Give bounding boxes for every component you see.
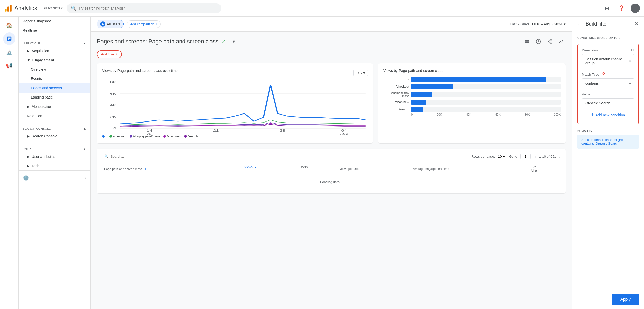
panel-header: ← Build filter ✕	[572, 17, 644, 31]
filter-btn-label: Add filter	[101, 52, 114, 56]
goto-input[interactable]: 1	[520, 154, 531, 159]
lifecycle-collapse-icon[interactable]: ▲	[83, 42, 86, 45]
pagination: ‹ 1-10 of 951 ›	[534, 153, 562, 160]
col-users-dashed: ------	[300, 169, 305, 172]
bar-label-search: /search	[383, 108, 409, 111]
legend-shop-new[interactable]: /shop/new	[163, 135, 181, 138]
sidebar-divider-3	[19, 143, 90, 143]
table-search-container[interactable]: 🔍	[101, 153, 178, 160]
col-users-label: Users	[300, 165, 308, 169]
legend-checkout[interactable]: /checkout	[109, 135, 126, 138]
summary-text: Session default channel group contains '…	[581, 138, 626, 145]
bar-chart-title: Views by Page path and screen class	[383, 69, 561, 73]
match-type-help-icon[interactable]: ❓	[601, 72, 606, 76]
add-condition-button[interactable]: + Add new condition	[582, 110, 634, 120]
account-chevron-icon: ▾	[61, 6, 63, 10]
search-console-section-label: Search Console	[23, 127, 51, 130]
col-eve[interactable]: Eve All e	[528, 163, 562, 175]
sidebar-divider-1	[19, 37, 90, 37]
next-page-arrow[interactable]: ›	[558, 153, 562, 160]
date-range-selector[interactable]: Last 28 days Jul 10 – Aug 6, 2024 ▾	[510, 22, 566, 26]
nav-reports-icon[interactable]	[3, 32, 15, 45]
add-comparison-btn[interactable]: Add comparison +	[127, 20, 161, 28]
nav-explore-icon[interactable]: 🔬	[3, 46, 15, 58]
bar-chart-area: / /checkout	[383, 77, 561, 116]
sidebar-item-retention[interactable]: Retention	[19, 111, 90, 120]
apply-button[interactable]: Apply	[612, 294, 639, 305]
sidebar-item-tech[interactable]: ▶ Tech	[19, 161, 90, 170]
apps-grid-button[interactable]: ⊞	[602, 3, 612, 13]
sidebar-item-monetization[interactable]: ▶ Monetization	[19, 102, 90, 111]
insights-icon-btn[interactable]	[534, 37, 543, 46]
add-comparison-label: Add comparison	[130, 22, 154, 26]
panel-back-button[interactable]: ←	[577, 21, 582, 27]
value-input[interactable]: Organic Search	[582, 98, 634, 108]
user-avatar[interactable]	[631, 4, 640, 13]
add-filter-button[interactable]: Add filter +	[97, 50, 122, 58]
search-console-collapse-icon[interactable]: ▲	[83, 127, 86, 131]
sidebar-item-engagement[interactable]: ▼ Engagement	[19, 55, 90, 65]
dimension-select[interactable]: Session default channel group ▾	[582, 54, 634, 68]
comparison-icon-btn[interactable]	[522, 37, 532, 46]
chip-letter: A	[100, 21, 105, 27]
col-add-icon[interactable]: +	[143, 167, 147, 171]
user-collapse-icon[interactable]: ▲	[83, 147, 86, 151]
match-type-chevron-icon: ▾	[629, 81, 631, 85]
col-eve-label: Eve	[531, 165, 536, 169]
svg-text:28: 28	[279, 129, 285, 132]
col-views[interactable]: ↓ Views ▼ ------	[239, 163, 296, 175]
col-page-path[interactable]: Page path and screen class +	[101, 163, 239, 175]
bar-fill-shop-apparel	[411, 92, 432, 97]
col-views-per-user[interactable]: Views per user	[336, 163, 410, 175]
day-select-chevron: ▾	[363, 71, 365, 75]
overview-label: Overview	[31, 67, 46, 71]
panel-close-button[interactable]: ✕	[634, 21, 639, 27]
nav-home-icon[interactable]: 🏠	[3, 19, 15, 31]
col-users[interactable]: Users ------	[296, 163, 336, 175]
x-label-20k: 20K	[437, 113, 442, 116]
settings-icon[interactable]: ⚙️	[23, 175, 29, 181]
legend-search[interactable]: /search	[184, 135, 198, 138]
search-input[interactable]	[79, 6, 217, 10]
svg-rect-2	[10, 5, 11, 12]
data-quality-icon[interactable]: ✓	[222, 38, 226, 45]
share-icon-btn[interactable]	[545, 37, 554, 46]
legend-shop-apparel[interactable]: /shop/apparel/mens	[130, 135, 160, 138]
sidebar-item-reports-snapshot[interactable]: Reports snapshot	[19, 17, 90, 26]
account-selector[interactable]: All accounts ▾	[43, 6, 63, 10]
legend-slash[interactable]: /	[102, 135, 106, 138]
trend-icon-btn[interactable]	[556, 37, 566, 46]
sidebar-item-search-console[interactable]: ▶ Search Console	[19, 132, 90, 141]
svg-text:2K: 2K	[110, 115, 116, 118]
sidebar-item-pages-and-screens[interactable]: Pages and screens	[19, 83, 90, 93]
table-loading: Loading data...	[101, 175, 562, 189]
match-type-select[interactable]: contains ▾	[582, 78, 634, 88]
sidebar-item-user-attributes[interactable]: ▶ User attributes	[19, 152, 90, 161]
all-users-chip[interactable]: A All Users	[97, 20, 124, 28]
day-select[interactable]: Day ▾	[353, 70, 368, 76]
search-bar[interactable]: 🔍	[67, 3, 221, 13]
sidebar-item-landing-page[interactable]: Landing page	[19, 93, 90, 102]
title-dropdown-icon[interactable]: ▾	[229, 37, 238, 46]
x-label-80k: 80K	[525, 113, 530, 116]
x-label-60k: 60K	[495, 113, 501, 116]
search-console-label: Search Console	[32, 134, 57, 138]
collapse-btn[interactable]: ‹	[85, 176, 86, 180]
sidebar-item-acquisition[interactable]: ▶ Acquisition	[19, 46, 90, 55]
line-chart-area: 8K 6K 4K 2K 0	[102, 80, 368, 132]
goto-label: Go to:	[509, 155, 518, 158]
rows-per-page-select[interactable]: 10 25 50	[497, 154, 506, 159]
sidebar-item-overview[interactable]: Overview	[19, 65, 90, 74]
date-range-chevron-icon: ▾	[564, 22, 566, 26]
help-button[interactable]: ❓	[616, 3, 626, 13]
dimension-field-label: Dimension ☐	[582, 48, 634, 52]
bar-fill-shop-new	[411, 100, 426, 105]
col-avg-engagement[interactable]: Average engagement time	[410, 163, 528, 175]
dimension-checkbox-icon[interactable]: ☐	[631, 48, 634, 52]
sidebar-item-events[interactable]: Events	[19, 74, 90, 83]
bar-row-shop-new: /shop/new	[383, 100, 561, 105]
nav-advertising-icon[interactable]: 📢	[3, 59, 15, 72]
prev-page-arrow[interactable]: ‹	[534, 153, 537, 160]
sidebar-item-realtime[interactable]: Realtime	[19, 26, 90, 35]
table-search-input[interactable]	[111, 155, 154, 158]
